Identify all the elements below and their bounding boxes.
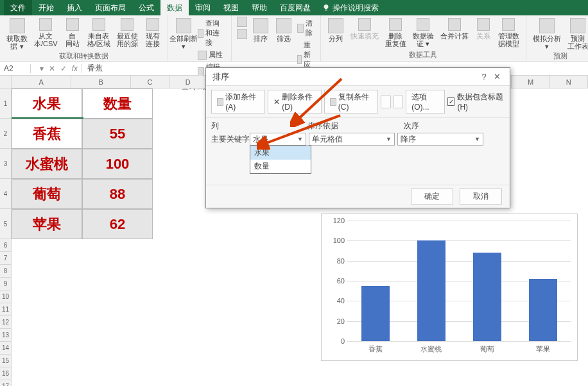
- cell[interactable]: 苹果: [12, 209, 82, 239]
- tab-file[interactable]: 文件: [4, 0, 32, 15]
- tab-cloud[interactable]: 百度网盘: [273, 0, 317, 15]
- group-label-forecast: 预测: [530, 51, 588, 62]
- row-header[interactable]: 13: [0, 329, 11, 342]
- text-to-cols-button[interactable]: 分列: [325, 17, 347, 49]
- tab-layout[interactable]: 页面布局: [89, 0, 132, 15]
- field-combo[interactable]: 水果 ▼ 水果 数量: [250, 133, 306, 146]
- row-header[interactable]: 10: [0, 290, 11, 303]
- flash-fill-button[interactable]: 快速填充: [348, 17, 381, 49]
- chart-bar[interactable]: [529, 279, 557, 341]
- relationships-button[interactable]: 关系: [472, 17, 494, 49]
- from-web-button[interactable]: 自 网站: [62, 17, 83, 51]
- tab-data[interactable]: 数据: [160, 0, 189, 15]
- col-header[interactable]: A: [12, 76, 71, 88]
- whatif-button[interactable]: 模拟分析 ▾: [530, 17, 564, 51]
- add-condition-button[interactable]: 添加条件(A): [211, 90, 265, 113]
- col-header[interactable]: D: [169, 76, 207, 88]
- chart-bar[interactable]: [361, 286, 390, 341]
- delete-condition-button[interactable]: ✕删除条件(D): [268, 90, 321, 113]
- dropdown-option[interactable]: 数量: [250, 160, 311, 173]
- row-header[interactable]: 5: [0, 209, 11, 239]
- recent-sources-button[interactable]: 最近使 用的源: [114, 17, 141, 51]
- fx-icon[interactable]: fx: [72, 64, 78, 73]
- get-data-button[interactable]: 获取数 据 ▾: [4, 17, 30, 51]
- row-header[interactable]: 1: [0, 88, 11, 119]
- filter-button[interactable]: 筛选: [273, 17, 295, 44]
- chart-bar[interactable]: [417, 240, 445, 341]
- tab-review[interactable]: 审阅: [189, 0, 217, 15]
- col-header[interactable]: B: [71, 76, 131, 88]
- y-tick: 80: [328, 257, 345, 265]
- row-header[interactable]: 9: [0, 278, 11, 290]
- tab-formula[interactable]: 公式: [132, 0, 160, 15]
- tab-insert[interactable]: 插入: [60, 0, 89, 15]
- formula-value[interactable]: 香蕉: [82, 63, 108, 74]
- properties-link[interactable]: 属性: [196, 49, 227, 60]
- x-label: 苹果: [527, 344, 559, 354]
- refresh-all-button[interactable]: 全部刷新 ▾: [172, 17, 195, 51]
- dialog-column-headers: 列 排序依据 次序: [206, 118, 510, 133]
- sort-desc-button[interactable]: [236, 29, 248, 40]
- cell-header[interactable]: 数量: [82, 88, 153, 119]
- embedded-chart[interactable]: 020406080100120香蕉水蜜桃葡萄苹果: [321, 214, 578, 361]
- row-header[interactable]: 17: [0, 380, 11, 386]
- fx-area[interactable]: ▾ ✕ ✓ fx: [31, 64, 82, 73]
- cell-header[interactable]: 水果: [12, 88, 82, 119]
- cell[interactable]: 62: [82, 209, 153, 239]
- row-header[interactable]: 2: [0, 119, 11, 149]
- existing-conn-button[interactable]: 现有 连接: [142, 17, 164, 51]
- queries-link[interactable]: 查询和连接: [196, 18, 227, 48]
- row-header[interactable]: 6: [0, 239, 11, 252]
- ok-button[interactable]: 确定: [411, 189, 453, 205]
- sort-asc-button[interactable]: [236, 17, 248, 28]
- dialog-help-icon[interactable]: ?: [478, 72, 490, 81]
- move-up-button[interactable]: [381, 96, 390, 108]
- fx-confirm-icon[interactable]: ✓: [60, 64, 67, 73]
- chart-bar[interactable]: [473, 253, 501, 341]
- cell[interactable]: 55: [82, 119, 153, 149]
- row-header[interactable]: 12: [0, 316, 11, 329]
- options-button[interactable]: 选项(O)...: [406, 90, 445, 113]
- sort-button[interactable]: 排序: [250, 17, 272, 44]
- cell[interactable]: 100: [82, 149, 153, 179]
- header-checkbox[interactable]: ✓ 数据包含标题(H): [447, 92, 505, 112]
- dialog-close-icon[interactable]: ✕: [490, 72, 503, 81]
- consolidate-button[interactable]: 合并计算: [438, 17, 471, 49]
- col-header[interactable]: C: [131, 76, 169, 88]
- clear-link[interactable]: 清除: [296, 18, 316, 38]
- row-header[interactable]: 16: [0, 367, 11, 380]
- row-header[interactable]: 7: [0, 252, 11, 265]
- select-all-corner[interactable]: [0, 76, 11, 88]
- cancel-button[interactable]: 取消: [460, 189, 502, 205]
- dropdown-option[interactable]: 水果: [250, 146, 311, 160]
- name-box[interactable]: A2: [0, 64, 31, 73]
- tab-help[interactable]: 帮助: [245, 0, 273, 15]
- row-header[interactable]: 15: [0, 355, 11, 367]
- order-combo[interactable]: 降序 ▼: [397, 133, 483, 146]
- from-csv-button[interactable]: 从文 本/CSV: [31, 17, 60, 51]
- forecast-button[interactable]: 预测 工作表: [565, 17, 588, 51]
- cell-selected[interactable]: 香蕉: [12, 119, 82, 149]
- cell[interactable]: 水蜜桃: [12, 149, 82, 179]
- col-header[interactable]: M: [512, 76, 549, 88]
- search-box[interactable]: 操作说明搜索: [322, 3, 379, 13]
- row-header[interactable]: 14: [0, 342, 11, 355]
- copy-condition-button[interactable]: 复制条件(C): [324, 90, 379, 113]
- move-down-button[interactable]: [393, 96, 403, 108]
- col-header[interactable]: N: [550, 76, 588, 88]
- remove-dup-button[interactable]: 删除 重复值: [383, 17, 409, 49]
- tab-view[interactable]: 视图: [217, 0, 245, 15]
- basis-combo[interactable]: 单元格值 ▼: [309, 133, 395, 146]
- fx-dropdown-icon[interactable]: ▾: [40, 64, 44, 73]
- fx-cancel-icon[interactable]: ✕: [49, 64, 55, 73]
- cell[interactable]: 88: [82, 179, 153, 209]
- row-header[interactable]: 8: [0, 265, 11, 278]
- from-table-button[interactable]: 来自表 格/区域: [85, 17, 113, 51]
- row-header[interactable]: 3: [0, 149, 11, 179]
- tab-home[interactable]: 开始: [32, 0, 60, 15]
- data-model-button[interactable]: 管理数 据模型: [496, 17, 522, 49]
- row-header[interactable]: 11: [0, 303, 11, 316]
- row-header[interactable]: 4: [0, 179, 11, 209]
- data-validation-button[interactable]: 数据验 证 ▾: [410, 17, 437, 49]
- cell[interactable]: 葡萄: [12, 179, 82, 209]
